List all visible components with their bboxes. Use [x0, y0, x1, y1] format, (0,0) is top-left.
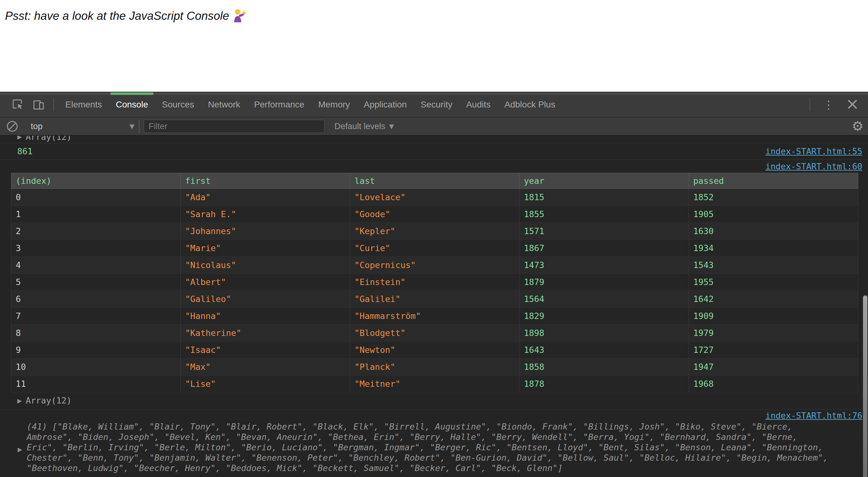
- table-cell: 10: [11, 359, 181, 376]
- chevron-down-icon: ▼: [389, 123, 394, 130]
- source-link[interactable]: index-START.html:55: [765, 146, 862, 156]
- table-row: 10"Max""Planck"18581947: [11, 359, 858, 376]
- table-row: 5"Albert""Einstein"18791955: [11, 274, 858, 291]
- settings-gear-icon[interactable]: ⚙: [852, 120, 864, 133]
- context-selector[interactable]: top ▼: [31, 122, 134, 131]
- chevron-down-icon: ▼: [130, 123, 134, 130]
- table-array-label: Array(12): [26, 396, 71, 405]
- log-level-value: Default levels: [335, 122, 385, 131]
- table-cell: "Curie": [350, 240, 519, 257]
- array-preview-line: Chester", "Benn, Tony", "Benjamin, Walte…: [27, 452, 862, 463]
- expand-triangle-icon[interactable]: ▶: [18, 446, 22, 453]
- table-cell: "Meitner": [350, 376, 519, 392]
- tab-security[interactable]: Security: [413, 92, 459, 117]
- clipped-array-label: Array(12): [26, 136, 71, 142]
- tab-audits[interactable]: Audits: [459, 92, 497, 117]
- table-cell: "Goode": [350, 206, 519, 223]
- filter-input[interactable]: [144, 120, 324, 133]
- table-cell: 1934: [689, 240, 858, 257]
- column-header[interactable]: year: [519, 173, 689, 189]
- device-toolbar-icon[interactable]: [33, 99, 44, 111]
- table-cell: "Galileo": [181, 291, 350, 308]
- table-row: 9"Isaac""Newton"16431727: [11, 341, 858, 359]
- column-header[interactable]: (index): [11, 173, 181, 189]
- table-cell: 1630: [689, 223, 858, 240]
- log-entry-number: 861 index-START.html:55: [0, 143, 868, 160]
- table-cell: 7: [11, 308, 181, 325]
- table-cell: "Katherine": [181, 325, 350, 341]
- source-link[interactable]: index-START.html:60: [765, 161, 862, 172]
- table-cell: "Lise": [181, 376, 350, 392]
- table-cell: "Planck": [350, 359, 519, 376]
- log-entry-table: index-START.html:60 (index)firstlastyear…: [0, 160, 868, 410]
- table-row: 3"Marie""Curie"18671934: [11, 240, 858, 257]
- tab-memory[interactable]: Memory: [311, 92, 357, 117]
- tab-elements[interactable]: Elements: [58, 92, 109, 117]
- table-cell: "Marie": [181, 240, 350, 257]
- table-cell: 1968: [689, 376, 858, 392]
- tab-application[interactable]: Application: [357, 92, 413, 117]
- table-cell: 3: [11, 240, 181, 257]
- console-table: (index)firstlastyearpassed 0"Ada""Lovela…: [11, 173, 858, 392]
- log-level-selector[interactable]: Default levels ▼: [335, 122, 394, 131]
- table-row: 11"Lise""Meitner"18781968: [11, 376, 858, 392]
- table-cell: "Isaac": [181, 341, 350, 359]
- context-selector-value: top: [31, 122, 43, 131]
- table-cell: 2: [11, 223, 181, 240]
- table-cell: 1: [11, 206, 181, 223]
- table-cell: 1829: [519, 308, 689, 325]
- table-cell: "Sarah E.": [181, 206, 350, 223]
- console-output: ▶ Array(12) 861 index-START.html:55 inde…: [0, 136, 868, 477]
- table-cell: 1571: [519, 223, 689, 240]
- table-cell: 1727: [689, 341, 858, 359]
- tab-sources[interactable]: Sources: [155, 92, 201, 117]
- overflow-menu-icon[interactable]: ⋮: [815, 98, 842, 111]
- table-cell: 1855: [519, 206, 689, 223]
- array-preview-line: Eric", "Berlin, Irving", "Berle, Milton"…: [27, 442, 862, 452]
- column-header[interactable]: first: [181, 173, 350, 189]
- table-cell: 11: [11, 376, 181, 392]
- table-row: 6"Galileo""Galilei"15641642: [11, 291, 858, 308]
- array-preview-line: (41) ["Blake, William", "Blair, Tony", "…: [27, 421, 862, 432]
- table-cell: 1473: [519, 257, 689, 274]
- table-cell: "Ada": [181, 189, 350, 206]
- table-cell: "Blodgett": [350, 325, 519, 341]
- table-cell: "Nicolaus": [181, 257, 350, 274]
- devtools-tab-bar: ElementsConsoleSourcesNetworkPerformance…: [0, 92, 868, 118]
- table-cell: "Albert": [181, 274, 350, 291]
- table-cell: 1643: [519, 341, 689, 359]
- console-toolbar-divider: [139, 120, 140, 133]
- table-cell: "Newton": [350, 341, 519, 359]
- table-cell: 1858: [519, 359, 689, 376]
- table-cell: 1642: [689, 291, 858, 308]
- table-cell: 1905: [689, 206, 858, 223]
- table-cell: "Galilei": [350, 291, 519, 308]
- column-header[interactable]: last: [350, 173, 519, 189]
- table-cell: 1564: [519, 291, 689, 308]
- inspect-element-icon[interactable]: [12, 99, 24, 111]
- tab-network[interactable]: Network: [201, 92, 247, 117]
- expand-triangle-icon[interactable]: ▶: [17, 136, 22, 140]
- table-cell: "Hammarström": [350, 308, 519, 325]
- column-header[interactable]: passed: [689, 173, 858, 189]
- console-scrollbar-thumb[interactable]: [863, 295, 867, 477]
- table-cell: 1979: [689, 325, 858, 341]
- tab-console[interactable]: Console: [109, 92, 155, 117]
- table-cell: 1909: [689, 308, 858, 325]
- table-row: 8"Katherine""Blodgett"18981979: [11, 325, 858, 341]
- clear-console-icon[interactable]: [7, 121, 18, 132]
- table-row: 7"Hanna""Hammarström"18291909: [11, 308, 858, 325]
- table-cell: 1898: [519, 325, 689, 341]
- table-cell: 1867: [519, 240, 689, 257]
- table-row: 4"Nicolaus""Copernicus"14731543: [11, 257, 858, 274]
- expand-triangle-icon[interactable]: ▶: [17, 397, 22, 404]
- table-cell: 8: [11, 325, 181, 341]
- source-link[interactable]: index-START.html:76: [765, 411, 862, 420]
- tab-performance[interactable]: Performance: [247, 92, 311, 117]
- log-entry-array-clipped: ▶ Array(12): [0, 136, 868, 143]
- tabbar-divider: [53, 98, 54, 111]
- tab-adblock-plus[interactable]: Adblock Plus: [497, 92, 562, 117]
- close-devtools-icon[interactable]: ×: [842, 97, 868, 112]
- table-row: 1"Sarah E.""Goode"18551905: [11, 206, 858, 223]
- array-preview-line: "Beethoven, Ludwig", "Beecher, Henry", "…: [27, 463, 862, 473]
